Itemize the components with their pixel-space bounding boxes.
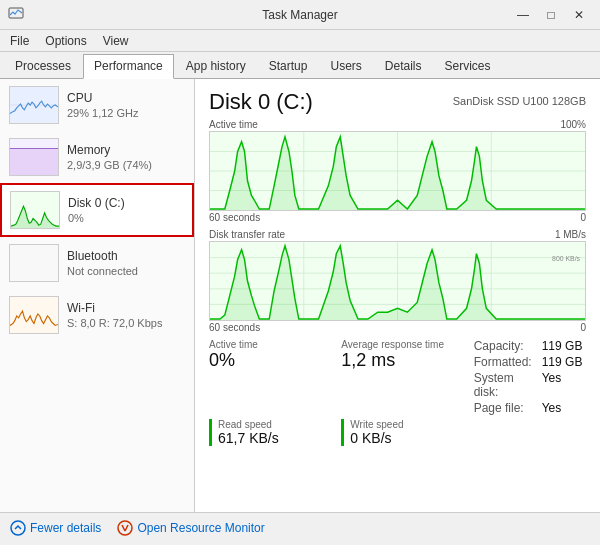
menu-options[interactable]: Options xyxy=(39,32,92,50)
chart1-label-row: Active time 100% xyxy=(209,119,586,130)
wifi-label: Wi-Fi xyxy=(67,301,185,315)
left-item-bluetooth[interactable]: Bluetooth Not connected xyxy=(0,237,194,289)
wifi-info: Wi-Fi S: 8,0 R: 72,0 Kbps xyxy=(67,301,185,329)
chart1-time-row: 60 seconds 0 xyxy=(209,212,586,223)
close-button[interactable]: ✕ xyxy=(566,5,592,25)
left-item-memory[interactable]: Memory 2,9/3,9 GB (74%) xyxy=(0,131,194,183)
svg-rect-4 xyxy=(10,148,58,175)
tab-processes[interactable]: Processes xyxy=(4,54,82,78)
read-speed-value: 61,7 KB/s xyxy=(218,430,321,446)
bluetooth-mini-graph xyxy=(9,244,59,282)
tab-services[interactable]: Services xyxy=(434,54,502,78)
write-speed-label: Write speed xyxy=(350,419,453,430)
stats-col-right: Capacity: 119 GB Formatted: 119 GB Syste… xyxy=(474,339,586,415)
chart2-label-row: Disk transfer rate 1 MB/s xyxy=(209,229,586,240)
page-file-label: Page file: xyxy=(474,401,532,415)
system-disk-label: System disk: xyxy=(474,371,532,399)
formatted-value: 119 GB xyxy=(542,355,586,369)
left-item-disk[interactable]: Disk 0 (C:) 0% xyxy=(0,183,194,237)
fewer-details-label: Fewer details xyxy=(30,521,101,535)
active-time-chart-container: Active time 100% xyxy=(209,119,586,223)
transfer-rate-chart-container: Disk transfer rate 1 MB/s 800 KB/s xyxy=(209,229,586,333)
chart2-time-left: 60 seconds xyxy=(209,322,260,333)
title-bar-left xyxy=(8,7,24,23)
svg-line-27 xyxy=(122,525,125,531)
bottom-bar: Fewer details Open Resource Monitor xyxy=(0,512,600,542)
write-speed-item: Write speed 0 KB/s xyxy=(341,419,453,446)
disk-mini-graph xyxy=(10,191,60,229)
left-item-cpu[interactable]: CPU 29% 1,12 GHz xyxy=(0,79,194,131)
maximize-button[interactable]: □ xyxy=(538,5,564,25)
tab-app-history[interactable]: App history xyxy=(175,54,257,78)
svg-point-26 xyxy=(118,521,132,535)
left-item-wifi[interactable]: Wi-Fi S: 8,0 R: 72,0 Kbps xyxy=(0,289,194,341)
open-resource-monitor-label: Open Resource Monitor xyxy=(137,521,264,535)
chart1-max: 100% xyxy=(560,119,586,130)
stats-row: Active time 0% Average response time 1,2… xyxy=(209,339,586,415)
open-resource-monitor-button[interactable]: Open Resource Monitor xyxy=(117,520,264,536)
tab-startup[interactable]: Startup xyxy=(258,54,319,78)
menu-view[interactable]: View xyxy=(97,32,135,50)
tab-performance[interactable]: Performance xyxy=(83,54,174,79)
svg-rect-7 xyxy=(10,245,58,281)
system-disk-value: Yes xyxy=(542,371,586,399)
read-speed-stat: Read speed 61,7 KB/s xyxy=(209,419,321,452)
disk-title: Disk 0 (C:) xyxy=(209,89,313,115)
active-time-stat: Active time 0% xyxy=(209,339,321,371)
minimize-button[interactable]: — xyxy=(510,5,536,25)
capacity-value: 119 GB xyxy=(542,339,586,353)
chart2-label: Disk transfer rate xyxy=(209,229,285,240)
page-file-value: Yes xyxy=(542,401,586,415)
window-controls: — □ ✕ xyxy=(510,5,592,25)
chart1-time-right: 0 xyxy=(580,212,586,223)
right-stats-grid: Capacity: 119 GB Formatted: 119 GB Syste… xyxy=(474,339,586,415)
wifi-mini-graph xyxy=(9,296,59,334)
disk-label: Disk 0 (C:) xyxy=(68,196,184,210)
stats-col-mid: Average response time 1,2 ms xyxy=(341,339,453,415)
menu-file[interactable]: File xyxy=(4,32,35,50)
svg-point-25 xyxy=(11,521,25,535)
fewer-details-button[interactable]: Fewer details xyxy=(10,520,101,536)
resource-monitor-icon xyxy=(117,520,133,536)
left-panel: CPU 29% 1,12 GHz Memory 2,9/3,9 GB (74%) xyxy=(0,79,195,512)
memory-value: 2,9/3,9 GB (74%) xyxy=(67,159,185,171)
svg-text:800 KB/s: 800 KB/s xyxy=(552,256,581,263)
avg-response-stat: Average response time 1,2 ms xyxy=(341,339,453,371)
active-time-label: Active time xyxy=(209,339,321,350)
memory-info: Memory 2,9/3,9 GB (74%) xyxy=(67,143,185,171)
wifi-value: S: 8,0 R: 72,0 Kbps xyxy=(67,317,185,329)
memory-label: Memory xyxy=(67,143,185,157)
window-title: Task Manager xyxy=(262,8,337,22)
memory-mini-graph xyxy=(9,138,59,176)
svg-rect-8 xyxy=(10,297,58,333)
title-bar: Task Manager — □ ✕ xyxy=(0,0,600,30)
tab-bar: Processes Performance App history Startu… xyxy=(0,52,600,79)
write-speed-stat: Write speed 0 KB/s xyxy=(341,419,453,452)
read-speed-label: Read speed xyxy=(218,419,321,430)
fewer-details-icon xyxy=(10,520,26,536)
avg-response-value: 1,2 ms xyxy=(341,350,453,371)
speed-row: Read speed 61,7 KB/s Write speed 0 KB/s xyxy=(209,419,586,452)
avg-response-label: Average response time xyxy=(341,339,453,350)
stats-col-left: Active time 0% xyxy=(209,339,321,415)
read-speed-item: Read speed 61,7 KB/s xyxy=(209,419,321,446)
app-icon xyxy=(8,7,24,23)
chart2-max: 1 MB/s xyxy=(555,229,586,240)
tab-users[interactable]: Users xyxy=(319,54,372,78)
empty-col xyxy=(474,419,586,452)
bluetooth-value: Not connected xyxy=(67,265,185,277)
transfer-rate-chart: 800 KB/s xyxy=(209,241,586,321)
cpu-value: 29% 1,12 GHz xyxy=(67,107,185,119)
svg-line-28 xyxy=(125,525,128,531)
right-title-block: Disk 0 (C:) xyxy=(209,89,313,115)
formatted-label: Formatted: xyxy=(474,355,532,369)
right-panel: Disk 0 (C:) SanDisk SSD U100 128GB Activ… xyxy=(195,79,600,512)
chart1-label: Active time xyxy=(209,119,258,130)
tab-details[interactable]: Details xyxy=(374,54,433,78)
menu-bar: File Options View xyxy=(0,30,600,52)
disk-subtitle: SanDisk SSD U100 128GB xyxy=(453,95,586,107)
bluetooth-info: Bluetooth Not connected xyxy=(67,249,185,277)
chart2-time-right: 0 xyxy=(580,322,586,333)
active-time-chart xyxy=(209,131,586,211)
chart2-time-row: 60 seconds 0 xyxy=(209,322,586,333)
